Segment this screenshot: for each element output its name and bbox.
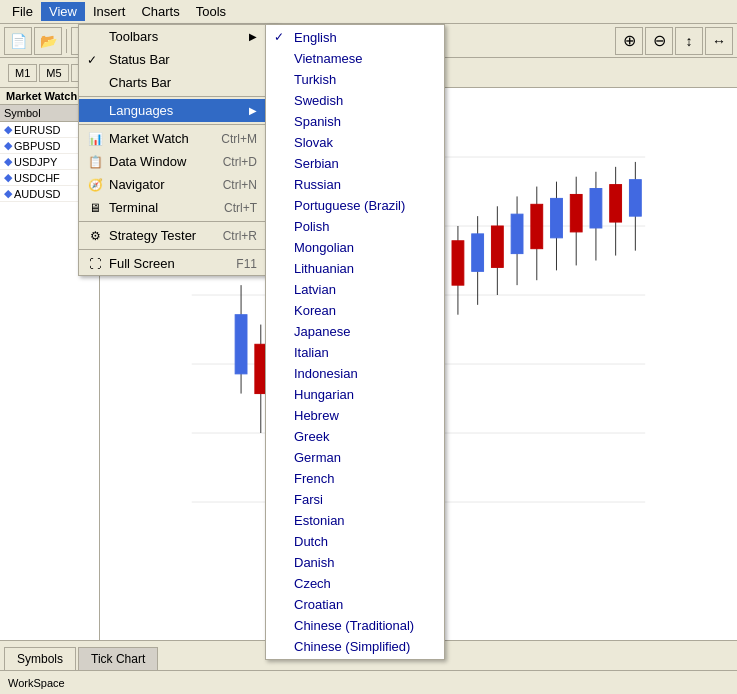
usdchf-icon: ◆ [4,171,12,184]
status-bar-label: Status Bar [109,52,170,67]
view-terminal[interactable]: 🖥 Terminal Ctrl+T [79,196,277,219]
market-watch-icon: 📊 [87,131,103,147]
languages-label: Languages [109,103,173,118]
lang-item-italian[interactable]: Italian [266,342,444,363]
lang-item-english[interactable]: English [266,27,444,48]
lang-item-danish[interactable]: Danish [266,552,444,573]
strategy-tester-label: Strategy Tester [109,228,196,243]
zoom-out-btn[interactable]: ⊖ [645,27,673,55]
eurusd-icon: ◆ [4,123,12,136]
tab-symbols[interactable]: Symbols [4,647,76,670]
terminal-label: Terminal [109,200,158,215]
lang-item-czech[interactable]: Czech [266,573,444,594]
navigator-shortcut: Ctrl+N [223,178,257,192]
lang-item-latvian[interactable]: Latvian [266,279,444,300]
menu-charts[interactable]: Charts [133,2,187,21]
eurusd-symbol: EURUSD [14,124,60,136]
lang-item-portuguese--brazil-[interactable]: Portuguese (Brazil) [266,195,444,216]
view-market-watch[interactable]: 📊 Market Watch Ctrl+M [79,127,277,150]
lang-item-chinese--traditional-[interactable]: Chinese (Traditional) [266,615,444,636]
lang-item-spanish[interactable]: Spanish [266,111,444,132]
languages-submenu: EnglishVietnameseTurkishSwedishSpanishSl… [265,24,445,660]
gbpusd-symbol: GBPUSD [14,140,60,152]
charts-bar-label: Charts Bar [109,75,171,90]
lang-item-russian[interactable]: Russian [266,174,444,195]
audusd-icon: ◆ [4,187,12,200]
lang-item-hebrew[interactable]: Hebrew [266,405,444,426]
terminal-shortcut: Ctrl+T [224,201,257,215]
new-btn[interactable]: 📄 [4,27,32,55]
open-btn[interactable]: 📂 [34,27,62,55]
navigator-label: Navigator [109,177,165,192]
full-screen-label: Full Screen [109,256,175,271]
menu-sep4 [79,249,277,250]
svg-rect-40 [551,198,563,237]
data-window-icon: 📋 [87,154,103,170]
full-screen-shortcut: F11 [236,257,257,271]
tab-tick-chart[interactable]: Tick Chart [78,647,158,670]
lang-item-german[interactable]: German [266,447,444,468]
market-watch-shortcut: Ctrl+M [221,132,257,146]
data-window-label: Data Window [109,154,186,169]
menu-sep2 [79,124,277,125]
lang-item-estonian[interactable]: Estonian [266,510,444,531]
lang-item-serbian[interactable]: Serbian [266,153,444,174]
navigator-icon: 🧭 [87,177,103,193]
gbpusd-icon: ◆ [4,139,12,152]
lang-item-polish[interactable]: Polish [266,216,444,237]
sep1 [66,29,67,53]
lang-item-french[interactable]: French [266,468,444,489]
svg-rect-36 [511,214,523,253]
view-navigator[interactable]: 🧭 Navigator Ctrl+N [79,173,277,196]
view-full-screen[interactable]: ⛶ Full Screen F11 [79,252,277,275]
app-window: File View Insert Charts Tools 📄 📂 ↖ ✛ Ma… [0,0,737,694]
lang-item-greek[interactable]: Greek [266,426,444,447]
lang-item-japanese[interactable]: Japanese [266,321,444,342]
lang-item-farsi[interactable]: Farsi [266,489,444,510]
market-watch-menu-label: Market Watch [109,131,189,146]
lang-item-dutch[interactable]: Dutch [266,531,444,552]
svg-rect-32 [472,234,484,271]
zoom-in-btn[interactable]: ⊕ [615,27,643,55]
svg-rect-46 [610,185,622,222]
view-languages[interactable]: Languages ▶ [79,99,277,122]
status-text: WorkSpace [8,677,65,689]
fullscreen-icon: ⛶ [87,256,103,272]
lang-item-vietnamese[interactable]: Vietnamese [266,48,444,69]
lang-item-turkish[interactable]: Turkish [266,69,444,90]
strategy-tester-shortcut: Ctrl+R [223,229,257,243]
view-charts-bar[interactable]: Charts Bar [79,71,277,94]
view-menu: Toolbars ▶ Status Bar Charts Bar Languag… [78,24,278,276]
view-status-bar[interactable]: Status Bar [79,48,277,71]
menu-view[interactable]: View [41,2,85,21]
lang-item-lithuanian[interactable]: Lithuanian [266,258,444,279]
usdjpy-symbol: USDJPY [14,156,57,168]
toolbars-label: Toolbars [109,29,158,44]
lang-item-chinese--simplified-[interactable]: Chinese (Simplified) [266,636,444,657]
view-data-window[interactable]: 📋 Data Window Ctrl+D [79,150,277,173]
chart-btn2[interactable]: ↔ [705,27,733,55]
lang-item-korean[interactable]: Korean [266,300,444,321]
lang-item-slovak[interactable]: Slovak [266,132,444,153]
tf-m1[interactable]: M1 [8,64,37,82]
menu-insert[interactable]: Insert [85,2,134,21]
terminal-icon: 🖥 [87,200,103,216]
menu-file[interactable]: File [4,2,41,21]
status-bar: WorkSpace [0,670,737,694]
view-strategy-tester[interactable]: ⚙ Strategy Tester Ctrl+R [79,224,277,247]
svg-rect-34 [491,226,503,267]
lang-item-croatian[interactable]: Croatian [266,594,444,615]
lang-item-mongolian[interactable]: Mongolian [266,237,444,258]
usdjpy-icon: ◆ [4,155,12,168]
audusd-symbol: AUDUSD [14,188,60,200]
tf-m5[interactable]: M5 [39,64,68,82]
menu-sep3 [79,221,277,222]
lang-item-swedish[interactable]: Swedish [266,90,444,111]
lang-item-indonesian[interactable]: Indonesian [266,363,444,384]
languages-arrow: ▶ [249,105,257,116]
svg-rect-42 [570,194,582,231]
lang-item-hungarian[interactable]: Hungarian [266,384,444,405]
view-toolbars[interactable]: Toolbars ▶ [79,25,277,48]
menu-tools[interactable]: Tools [188,2,234,21]
chart-btn1[interactable]: ↕ [675,27,703,55]
